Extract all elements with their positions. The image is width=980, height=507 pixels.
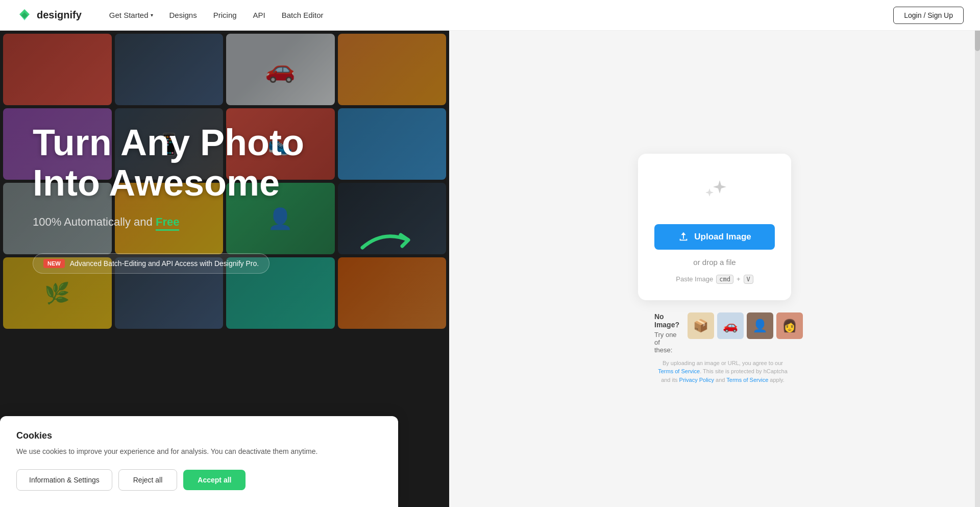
green-arrow-icon [357, 225, 419, 255]
hero-right-panel: Upload Image or drop a file Paste Image … [449, 31, 980, 507]
chevron-down-icon: ▾ [151, 12, 153, 18]
hero-title: Turn Any Photo Into Awesome [33, 123, 304, 203]
login-button[interactable]: Login / Sign Up [893, 7, 964, 24]
paste-key-cmd: cmd [716, 275, 733, 284]
upload-btn-label: Upload Image [694, 232, 751, 242]
sample-thumb-4[interactable]: 👩 [776, 312, 803, 339]
paste-label: Paste Image [676, 275, 713, 283]
sample-thumb-1[interactable]: 📦 [688, 312, 714, 339]
cookie-accept-button[interactable]: Accept all [183, 470, 246, 490]
hero-text: Turn Any Photo Into Awesome 100% Automat… [33, 123, 304, 274]
privacy-link[interactable]: Privacy Policy [679, 377, 714, 383]
nav-pricing[interactable]: Pricing [206, 7, 244, 23]
nav-links: Get Started ▾ Designs Pricing API Batch … [102, 7, 893, 23]
logo[interactable]: designify [16, 7, 82, 23]
no-image-subtitle: Try one of these: [654, 331, 679, 354]
grid-cell [226, 34, 335, 105]
grid-cell [115, 34, 224, 105]
drop-text: or drop a file [693, 258, 736, 267]
nav-get-started[interactable]: Get Started ▾ [102, 7, 160, 23]
hero-subtitle: 100% Automatically and Free [33, 215, 304, 229]
no-image-label: No Image? [654, 312, 679, 329]
upload-icon [678, 231, 689, 243]
cookie-title: Cookies [16, 430, 382, 441]
paste-key-v: V [744, 275, 753, 284]
cookie-info-button[interactable]: Information & Settings [16, 469, 112, 491]
nav-api[interactable]: API [246, 7, 273, 23]
grid-cell [338, 257, 447, 329]
sample-images-section: No Image? Try one of these: 📦 🚗 👤 👩 By u… [638, 312, 791, 384]
sparkles-icon [694, 174, 735, 214]
badge-text: Advanced Batch-Editing and API Access wi… [70, 259, 259, 268]
sample-thumb-2[interactable]: 🚗 [717, 312, 744, 339]
new-badge: NEW [43, 259, 65, 268]
upload-panel: Upload Image or drop a file Paste Image … [638, 154, 791, 300]
grid-cell [338, 34, 447, 105]
tos-text: By uploading an image or URL, you agree … [654, 359, 791, 384]
tos-link-2[interactable]: Terms of Service [726, 377, 768, 383]
nav-batch-editor[interactable]: Batch Editor [275, 7, 331, 23]
upload-image-button[interactable]: Upload Image [654, 224, 775, 250]
sample-thumb-3[interactable]: 👤 [747, 312, 773, 339]
sample-thumbs: 📦 🚗 👤 👩 [688, 312, 803, 339]
cookie-banner: Cookies We use cookies to improve your e… [0, 416, 398, 507]
logo-icon [16, 7, 33, 23]
grid-cell [338, 108, 447, 180]
logo-text: designify [37, 9, 82, 21]
scrollbar[interactable] [975, 0, 980, 507]
navbar: designify Get Started ▾ Designs Pricing … [0, 0, 980, 31]
nav-designs[interactable]: Designs [162, 7, 204, 23]
grid-cell [3, 34, 112, 105]
tos-link-1[interactable]: Terms of Service [658, 368, 700, 374]
cookie-buttons: Information & Settings Reject all Accept… [16, 469, 382, 491]
cookie-description: We use cookies to improve your experienc… [16, 446, 382, 457]
hero-badge: NEW Advanced Batch-Editing and API Acces… [33, 253, 270, 274]
paste-row: Paste Image cmd + V [676, 275, 753, 284]
cookie-reject-button[interactable]: Reject all [118, 469, 178, 491]
